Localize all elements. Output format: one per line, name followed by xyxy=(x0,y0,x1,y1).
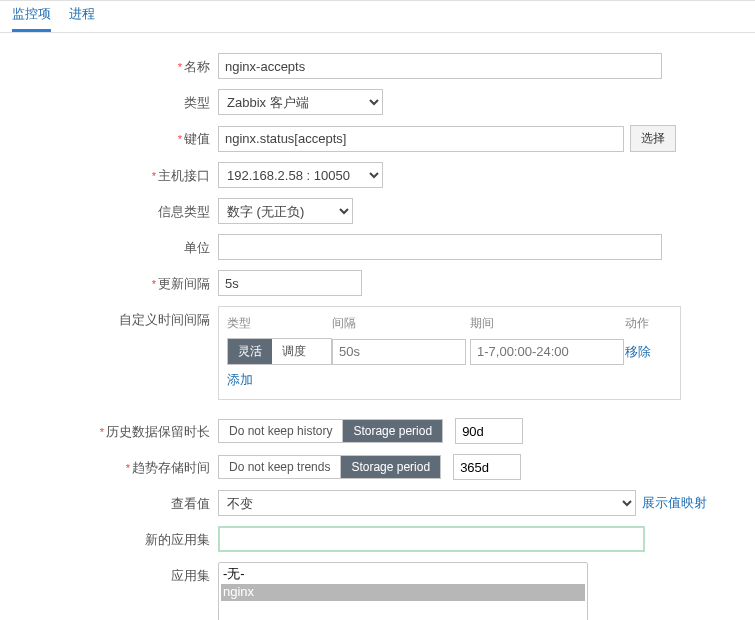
input-key[interactable] xyxy=(218,126,624,152)
label-show-value: 查看值 xyxy=(0,490,218,513)
link-add-interval[interactable]: 添加 xyxy=(227,372,253,387)
segment-trends[interactable]: Do not keep trends Storage period xyxy=(218,455,441,479)
input-custom-gap[interactable] xyxy=(332,339,466,365)
header-gap: 间隔 xyxy=(332,315,470,332)
header-action: 动作 xyxy=(625,315,665,332)
toggle-interval-type[interactable]: 灵活 调度 xyxy=(227,338,332,365)
input-interval[interactable] xyxy=(218,270,362,296)
input-trends-value[interactable] xyxy=(453,454,521,480)
tab-items[interactable]: 监控项 xyxy=(12,5,51,32)
label-type: 类型 xyxy=(0,89,218,112)
input-unit[interactable] xyxy=(218,234,662,260)
trends-no-keep[interactable]: Do not keep trends xyxy=(219,456,341,478)
new-app-wrap xyxy=(218,526,645,552)
label-new-app: 新的应用集 xyxy=(0,526,218,549)
label-unit: 单位 xyxy=(0,234,218,257)
select-info-type[interactable]: 数字 (无正负) xyxy=(218,198,353,224)
trends-storage[interactable]: Storage period xyxy=(341,456,440,478)
label-info-type: 信息类型 xyxy=(0,198,218,221)
apps-option-nginx[interactable]: nginx xyxy=(221,584,585,601)
history-storage[interactable]: Storage period xyxy=(343,420,442,442)
history-no-keep[interactable]: Do not keep history xyxy=(219,420,343,442)
input-history-value[interactable] xyxy=(455,418,523,444)
select-interface[interactable]: 192.168.2.58 : 10050 xyxy=(218,162,383,188)
label-custom-interval: 自定义时间间隔 xyxy=(0,306,218,329)
label-interval: *更新间隔 xyxy=(0,270,218,293)
input-custom-period[interactable] xyxy=(470,339,624,365)
input-name[interactable] xyxy=(218,53,662,79)
label-history: *历史数据保留时长 xyxy=(0,418,218,441)
select-show-value[interactable]: 不变 xyxy=(218,490,636,516)
tab-processes[interactable]: 进程 xyxy=(69,5,95,32)
header-period: 期间 xyxy=(470,315,625,332)
label-interface: *主机接口 xyxy=(0,162,218,185)
select-apps[interactable]: -无- nginx xyxy=(218,562,588,620)
label-apps: 应用集 xyxy=(0,562,218,585)
label-key: *键值 xyxy=(0,125,218,148)
custom-interval-box: 类型 间隔 期间 动作 灵活 调度 xyxy=(218,306,681,400)
label-trends: *趋势存储时间 xyxy=(0,454,218,477)
segment-history[interactable]: Do not keep history Storage period xyxy=(218,419,443,443)
link-remove-interval[interactable]: 移除 xyxy=(625,344,651,359)
header-type: 类型 xyxy=(227,315,332,332)
button-select-key[interactable]: 选择 xyxy=(630,125,676,152)
apps-option-none[interactable]: -无- xyxy=(221,565,585,584)
input-new-app[interactable] xyxy=(220,528,643,550)
toggle-flexible[interactable]: 灵活 xyxy=(228,339,272,364)
select-type[interactable]: Zabbix 客户端 xyxy=(218,89,383,115)
toggle-scheduling[interactable]: 调度 xyxy=(272,339,316,364)
label-name: *名称 xyxy=(0,53,218,76)
link-value-mapping[interactable]: 展示值映射 xyxy=(642,494,707,512)
